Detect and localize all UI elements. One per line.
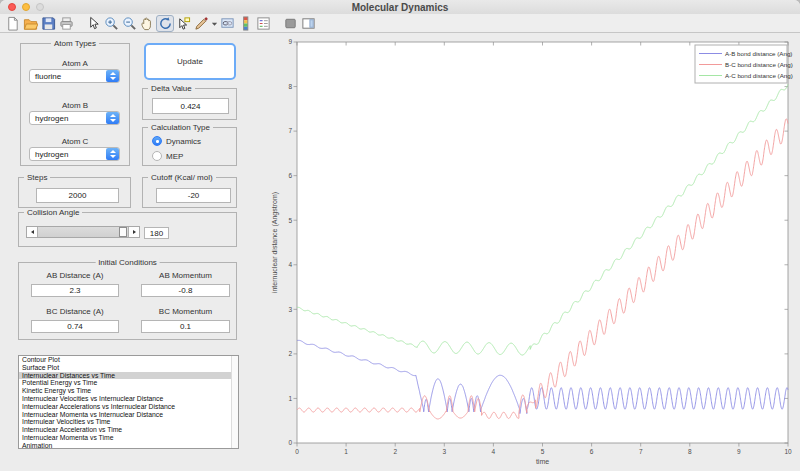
insert-legend-button[interactable]	[254, 15, 272, 32]
show-plot-tools-button[interactable]	[299, 15, 317, 32]
x-tick-label: 4	[492, 448, 496, 455]
dynamics-radio[interactable]	[152, 136, 162, 146]
bc-momentum-field[interactable]: 0.1	[141, 320, 230, 333]
list-item[interactable]: Internulear Velocities vs Time	[19, 418, 231, 426]
brush-button[interactable]	[192, 15, 210, 32]
list-item[interactable]: Internuclear Distances vs Time	[19, 372, 231, 380]
ab-distance-field[interactable]: 2.3	[31, 284, 119, 297]
edit-plot-button[interactable]	[84, 15, 102, 32]
app-window: Molecular Dynamics Atom Types Atom A flu…	[0, 0, 800, 471]
cutoff-field[interactable]: -20	[156, 188, 231, 203]
slider-left-arrow[interactable]	[27, 227, 38, 237]
link-plot-icon	[220, 16, 235, 31]
initial-conditions-panel: Initial Conditions AB Distance (A) AB Mo…	[18, 262, 237, 340]
new-figure-button[interactable]	[3, 15, 21, 32]
listbox-scrollbar[interactable]	[231, 356, 238, 448]
zoom-in-button[interactable]	[102, 15, 120, 32]
brush-caret-icon	[211, 16, 218, 31]
rotate-3d-icon	[158, 16, 173, 31]
y-tick-label: 0	[288, 439, 292, 446]
slider-groove[interactable]	[38, 227, 128, 237]
list-item[interactable]: Internuclear Momenta vs Time	[19, 434, 231, 442]
mep-radio-label: MEP	[166, 152, 183, 161]
y-tick-label: 8	[288, 83, 292, 90]
y-tick-label: 5	[288, 217, 292, 224]
y-tick-label: 6	[288, 172, 292, 179]
atom-c-label: Atom C	[21, 137, 129, 146]
list-item[interactable]: Surface Plot	[19, 364, 231, 372]
pan-button[interactable]	[138, 15, 156, 32]
collision-angle-field[interactable]: 180	[144, 227, 169, 239]
y-tick-label: 1	[288, 395, 292, 402]
plot-type-listbox[interactable]: Contour PlotSurface PlotInternuclear Dis…	[18, 355, 239, 449]
insert-colorbar-icon	[238, 16, 253, 31]
collision-angle-slider[interactable]	[26, 226, 140, 238]
new-figure-icon	[5, 16, 20, 31]
list-item[interactable]: Internuclear Momenta vs Internuclear Dis…	[19, 411, 231, 419]
cutoff-panel: Cutoff (Kcal/ mol) -20	[142, 177, 237, 208]
rotate-3d-button[interactable]	[156, 15, 174, 32]
atom-a-label: Atom A	[21, 59, 129, 68]
save-figure-button[interactable]	[39, 15, 57, 32]
delta-value-field[interactable]: 0.424	[152, 98, 229, 114]
cutoff-label: Cutoff (Kcal/ mol)	[148, 173, 216, 182]
steps-field[interactable]: 2000	[36, 188, 119, 203]
atom-b-dropdown[interactable]: hydrogen	[29, 111, 120, 125]
list-item[interactable]: Internuclear Acceleration vs Time	[19, 426, 231, 434]
ab-distance-label: AB Distance (A)	[31, 271, 119, 280]
plot-canvas[interactable]: 0123456789100123456789timeinternuclear d…	[250, 32, 800, 471]
list-item[interactable]: Internuclear Accelerations vs Internucle…	[19, 403, 231, 411]
bc-momentum-label: BC Momentum	[141, 307, 230, 316]
save-figure-icon	[41, 16, 56, 31]
brush-caret-button[interactable]	[210, 15, 218, 32]
x-tick-label: 10	[784, 448, 792, 455]
dynamics-radio-label: Dynamics	[166, 137, 201, 146]
calculation-type-panel: Calculation Type Dynamics MEP	[142, 127, 237, 166]
x-tick-label: 7	[639, 448, 643, 455]
list-item[interactable]: Animation	[19, 442, 231, 449]
slider-thumb[interactable]	[119, 227, 127, 237]
zoom-out-icon	[122, 16, 137, 31]
x-tick-label: 9	[737, 448, 741, 455]
plot-area[interactable]	[297, 42, 788, 443]
data-cursor-button[interactable]	[174, 15, 192, 32]
hide-plot-tools-button[interactable]	[281, 15, 299, 32]
delta-value-label: Delta Value	[148, 84, 195, 93]
open-file-icon	[23, 16, 38, 31]
mep-radio[interactable]	[152, 151, 162, 161]
insert-legend-icon	[256, 16, 271, 31]
toolbar-separator	[75, 23, 84, 24]
x-axis-label: time	[536, 458, 549, 465]
list-item[interactable]: Potential Energy vs Time	[19, 379, 231, 387]
link-plot-button[interactable]	[218, 15, 236, 32]
print-figure-button[interactable]	[57, 15, 75, 32]
bc-distance-field[interactable]: 0.74	[31, 320, 119, 333]
collision-angle-panel: Collision Angle 180	[18, 212, 237, 247]
ab-momentum-field[interactable]: -0.8	[141, 284, 230, 297]
insert-colorbar-button[interactable]	[236, 15, 254, 32]
data-cursor-icon	[176, 16, 191, 31]
atom-c-dropdown[interactable]: hydrogen	[29, 147, 120, 161]
legend-entry: A-B bond distance (Ang)	[725, 50, 792, 57]
zoom-out-button[interactable]	[120, 15, 138, 32]
update-button[interactable]: Update	[144, 43, 236, 80]
open-file-button[interactable]	[21, 15, 39, 32]
popup-arrows-icon	[106, 148, 119, 160]
initial-conditions-label: Initial Conditions	[95, 258, 160, 267]
steps-label: Steps	[24, 173, 50, 182]
list-item[interactable]: Kinetic Energy vs Time	[19, 387, 231, 395]
x-tick-label: 8	[688, 448, 692, 455]
y-tick-label: 4	[288, 261, 292, 268]
list-item[interactable]: Internuclear Velocities vs Internuclear …	[19, 395, 231, 403]
x-tick-label: 1	[344, 448, 348, 455]
popup-arrows-icon	[106, 112, 119, 124]
delta-value-panel: Delta Value 0.424	[142, 88, 237, 120]
bc-distance-label: BC Distance (A)	[31, 307, 119, 316]
atom-a-value: fluorine	[35, 72, 61, 81]
list-item[interactable]: Contour Plot	[19, 356, 231, 364]
slider-right-arrow[interactable]	[128, 227, 139, 237]
steps-panel: Steps 2000	[18, 177, 131, 208]
collision-angle-label: Collision Angle	[24, 208, 82, 217]
atom-types-panel: Atom Types Atom A fluorine Atom B hydrog…	[20, 43, 130, 166]
atom-a-dropdown[interactable]: fluorine	[29, 69, 120, 83]
